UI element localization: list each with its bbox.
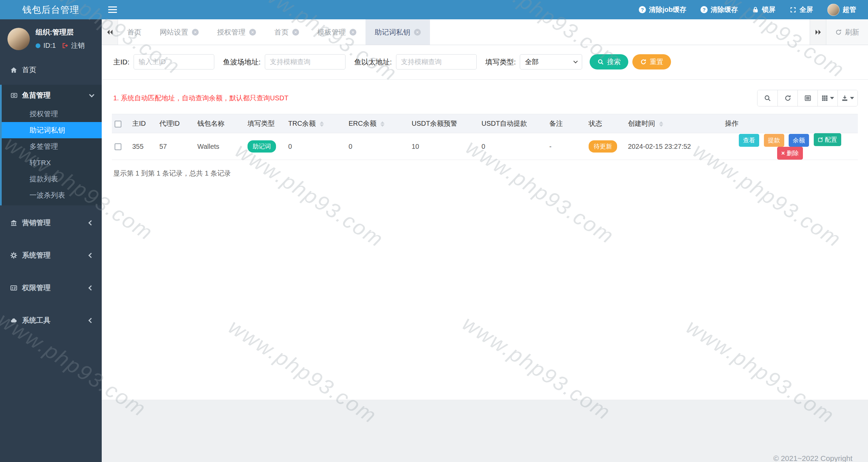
cell-agent-id: 57 — [157, 133, 195, 160]
export-button[interactable] — [837, 90, 857, 106]
sidebar-item-home[interactable]: 首页 — [0, 58, 102, 82]
columns-button[interactable] — [817, 90, 837, 106]
tabs-scroll-right-button[interactable] — [810, 19, 826, 45]
online-status-dot — [36, 43, 40, 48]
chevron-down-icon — [89, 92, 95, 97]
avatar — [7, 28, 30, 50]
fullscreen-button[interactable]: 全屏 — [783, 0, 820, 19]
table-card: 1. 系统自动匹配地址，自动查询余额，默认都只查询USDT — [102, 80, 868, 400]
col-main-id: 主ID — [130, 114, 157, 133]
tab-home-2[interactable]: 首页 × — [265, 19, 308, 45]
chevron-left-icon — [88, 318, 94, 323]
lock-screen-button[interactable]: 锁屏 — [745, 0, 783, 19]
col-trc-balance[interactable]: TRC余额 — [285, 114, 346, 133]
refresh-icon — [784, 95, 791, 102]
data-table: 主ID 代理ID 钱包名称 填写类型 TRC余额 ERC余额 USDT余额预警 … — [112, 114, 858, 160]
balance-button[interactable]: 余额 — [789, 134, 809, 147]
main-id-input[interactable] — [134, 54, 214, 69]
sidebar-item-withdraw-list[interactable]: 提款列表 — [2, 171, 102, 187]
search-button[interactable]: 搜索 — [590, 54, 628, 69]
close-icon[interactable]: × — [414, 29, 421, 36]
sort-icon — [320, 121, 324, 127]
tab-template-management[interactable]: 模板管理 × — [308, 19, 366, 45]
view-button[interactable]: 查看 — [739, 134, 759, 147]
reset-button[interactable]: 重置 — [632, 54, 671, 69]
tab-site-settings[interactable]: 网站设置 × — [151, 19, 208, 45]
col-created-at[interactable]: 创建时间 — [625, 114, 722, 133]
card-view-icon — [804, 95, 811, 102]
cell-wallet-name: Wallets — [195, 133, 245, 160]
sidebar-user-panel: 组织:管理层 ID:1 注销 — [0, 19, 102, 58]
sidebar: 组织:管理层 ID:1 注销 首页 鱼苗管理 授权管理 助记词私钥 多签管理 转… — [0, 19, 102, 462]
eth-address-label: 鱼以太地址: — [354, 57, 392, 67]
lock-icon — [752, 6, 759, 13]
main-content: 首页 网站设置 × 授权管理 × 首页 × 模板管理 × 助记词私钥 × — [102, 19, 868, 462]
table-toolbar: 1. 系统自动匹配地址，自动查询余额，默认都只查询USDT — [112, 80, 858, 114]
chevron-left-icon — [88, 253, 94, 258]
sidebar-toggle-button[interactable] — [102, 0, 123, 19]
avatar — [827, 4, 840, 16]
delete-button[interactable]: × 删除 — [777, 147, 803, 160]
tabs-scroll-left-button[interactable] — [102, 19, 118, 45]
fullscreen-icon — [790, 6, 796, 13]
close-icon[interactable]: × — [249, 29, 256, 36]
logout-link[interactable]: 注销 — [71, 41, 85, 50]
chevron-down-icon — [850, 97, 854, 99]
eth-address-input[interactable] — [396, 54, 477, 69]
sidebar-item-mnemonic-keys[interactable]: 助记词私钥 — [2, 122, 102, 138]
select-all-checkbox[interactable] — [115, 121, 121, 127]
app-header: 钱包后台管理 ? 清除job缓存 ? 清除缓存 锁屏 全屏 超管 — [0, 0, 868, 19]
tron-address-input[interactable] — [265, 54, 346, 69]
filter-panel: 主ID: 鱼波场地址: 鱼以太地址: 填写类型: 全部 搜索 重置 — [102, 45, 868, 80]
clear-cache-button[interactable]: ? 清除缓存 — [693, 0, 745, 19]
col-agent-id: 代理ID — [157, 114, 195, 133]
sidebar-item-multisig[interactable]: 多签管理 — [2, 138, 102, 155]
pagination-summary: 显示第 1 到第 1 条记录，总共 1 条记录 — [112, 160, 858, 187]
col-erc-balance[interactable]: ERC余额 — [346, 114, 409, 133]
sort-icon — [380, 121, 384, 127]
sort-icon — [659, 121, 663, 127]
chevron-down-icon — [574, 59, 578, 63]
coin-icon — [11, 92, 18, 99]
close-icon[interactable]: × — [350, 29, 356, 36]
tab-home[interactable]: 首页 — [118, 19, 151, 45]
cell-usdt-auto: 0 — [479, 133, 547, 160]
close-icon[interactable]: × — [192, 29, 199, 36]
chevron-left-icon — [88, 220, 94, 225]
sidebar-item-permission-management[interactable]: 权限管理 — [0, 275, 102, 300]
tab-auth-management[interactable]: 授权管理 × — [208, 19, 265, 45]
tab-mnemonic-keys[interactable]: 助记词私钥 × — [366, 19, 430, 45]
toggle-view-button[interactable] — [797, 90, 817, 106]
sidebar-item-system-management[interactable]: 系统管理 — [0, 243, 102, 268]
clear-job-cache-button[interactable]: ? 清除job缓存 — [632, 0, 693, 19]
fill-type-select[interactable]: 全部 — [520, 54, 582, 69]
close-icon[interactable]: × — [292, 29, 299, 36]
withdraw-button[interactable]: 提款 — [764, 134, 784, 147]
sidebar-item-fish-management[interactable]: 鱼苗管理 — [2, 85, 102, 106]
open-tabs: 首页 网站设置 × 授权管理 × 首页 × 模板管理 × 助记词私钥 × — [118, 19, 810, 45]
table-refresh-button[interactable] — [777, 90, 797, 106]
fill-type-badge: 助记词 — [248, 140, 276, 153]
sidebar-item-yibosha-list[interactable]: 一波杀列表 — [2, 187, 102, 203]
sidebar-section-fish: 鱼苗管理 授权管理 助记词私钥 多签管理 转TRX 提款列表 一波杀列表 — [0, 85, 102, 205]
table-row: 355 57 Wallets 助记词 0 0 10 0 - 待更新 2024-0… — [112, 133, 858, 160]
user-menu[interactable]: 超管 — [820, 0, 863, 19]
status-badge: 待更新 — [589, 140, 617, 153]
cell-created-at: 2024-02-15 23:27:52 — [625, 133, 722, 160]
refresh-icon — [640, 59, 647, 65]
sidebar-item-system-tools[interactable]: 系统工具 — [0, 308, 102, 333]
tab-bar: 首页 网站设置 × 授权管理 × 首页 × 模板管理 × 助记词私钥 × — [102, 19, 868, 45]
gear-icon — [10, 252, 17, 259]
table-search-button[interactable] — [757, 90, 777, 106]
table-tool-buttons — [757, 90, 858, 106]
refresh-icon — [835, 29, 842, 36]
config-button[interactable]: 配置 — [814, 133, 841, 146]
col-usdt-warning: USDT余额预警 — [409, 114, 479, 133]
sidebar-item-auth-management[interactable]: 授权管理 — [2, 106, 102, 122]
org-label: 组织:管理层 — [36, 27, 85, 37]
row-checkbox[interactable] — [115, 143, 121, 150]
cell-remark: - — [547, 133, 586, 160]
refresh-tab-button[interactable]: 刷新 — [826, 19, 868, 45]
sidebar-item-transfer-trx[interactable]: 转TRX — [2, 155, 102, 171]
sidebar-item-marketing[interactable]: 营销管理 — [0, 210, 102, 235]
